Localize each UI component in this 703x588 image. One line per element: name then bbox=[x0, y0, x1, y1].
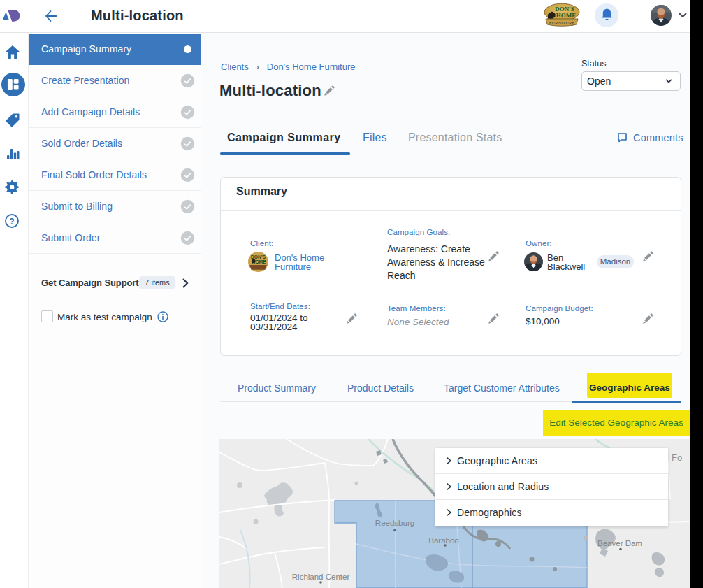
svg-text:Richland Center: Richland Center bbox=[292, 573, 350, 581]
svg-text:Reedsburg: Reedsburg bbox=[375, 519, 414, 527]
svg-text:Baraboo: Baraboo bbox=[428, 536, 458, 545]
svg-text:FURNITURE: FURNITURE bbox=[549, 20, 575, 25]
svg-text:Fo: Fo bbox=[672, 452, 682, 463]
svg-text:Beaver Dam: Beaver Dam bbox=[597, 539, 642, 547]
svg-text:HOME: HOME bbox=[556, 12, 577, 19]
svg-text:?: ? bbox=[9, 217, 14, 227]
